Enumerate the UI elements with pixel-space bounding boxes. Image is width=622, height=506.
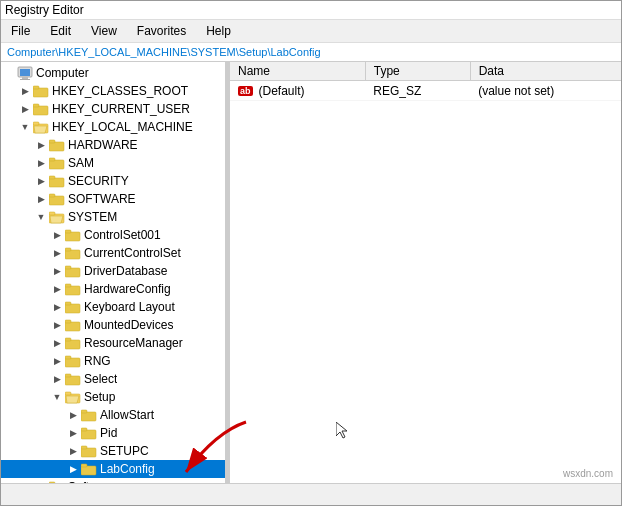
svg-rect-21 [49,176,55,179]
svg-rect-52 [65,376,80,385]
tree-label-software2: Software [68,480,115,483]
column-header-type[interactable]: Type [365,62,470,81]
tree-item-keyboardlayout[interactable]: ▶ Keyboard Layout [1,298,225,316]
svg-rect-60 [81,410,87,413]
svg-rect-30 [65,230,71,233]
chevron-hkey_local_machine[interactable]: ▼ [17,122,33,132]
tree-label-hardwareconfig: HardwareConfig [84,282,171,296]
chevron-hkey_current_user[interactable]: ▶ [17,104,33,114]
chevron-driverdatabase[interactable]: ▶ [49,266,65,276]
svg-rect-51 [65,356,71,359]
tree-label-computer: Computer [36,66,89,80]
tree-item-software[interactable]: ▶ SOFTWARE [1,190,225,208]
folder-icon-hkey_local_machine [33,120,49,134]
svg-rect-33 [65,248,71,251]
tree-label-hardware: HARDWARE [68,138,138,152]
menu-view[interactable]: View [85,22,123,40]
chevron-security[interactable]: ▶ [33,176,49,186]
chevron-pid[interactable]: ▶ [65,428,81,438]
chevron-setupc[interactable]: ▶ [65,446,81,456]
svg-rect-16 [49,160,64,169]
folder-icon-system [49,210,65,224]
tree-label-hkey_classes_root: HKEY_CLASSES_ROOT [52,84,188,98]
svg-rect-15 [49,140,55,143]
chevron-resourcemanager[interactable]: ▶ [49,338,65,348]
tree-label-controlset001: ControlSet001 [84,228,161,242]
chevron-currentcontrolset[interactable]: ▶ [49,248,65,258]
menu-file[interactable]: File [5,22,36,40]
chevron-software[interactable]: ▶ [33,194,49,204]
tree-item-hardwareconfig[interactable]: ▶ HardwareConfig [1,280,225,298]
svg-rect-12 [33,122,39,125]
tree-item-hkey_current_user[interactable]: ▶ HKEY_CURRENT_USER [1,100,225,118]
chevron-mounteddevices[interactable]: ▶ [49,320,65,330]
tree-item-hkey_local_machine[interactable]: ▼ HKEY_LOCAL_MACHINE [1,118,225,136]
chevron-select[interactable]: ▶ [49,374,65,384]
tree-item-hkey_classes_root[interactable]: ▶ HKEY_CLASSES_ROOT [1,82,225,100]
chevron-system[interactable]: ▼ [33,212,49,222]
chevron-allowstart[interactable]: ▶ [65,410,81,420]
tree-item-allowstart[interactable]: ▶ AllowStart [1,406,225,424]
tree-label-sam: SAM [68,156,94,170]
tree-item-security[interactable]: ▶ SECURITY [1,172,225,190]
svg-rect-7 [33,106,48,115]
svg-rect-36 [65,266,71,269]
svg-rect-18 [49,158,55,161]
tree-item-software2[interactable]: ▶ Software [1,478,225,483]
folder-icon-hardwareconfig [65,282,81,296]
chevron-labconfig[interactable]: ▶ [65,464,81,474]
tree-item-computer[interactable]: Computer [1,64,225,82]
tree-item-hardware[interactable]: ▶ HARDWARE [1,136,225,154]
tree-label-labconfig: LabConfig [100,462,155,476]
folder-icon-mounteddevices [65,318,81,332]
tree-label-mounteddevices: MountedDevices [84,318,173,332]
tree-item-mounteddevices[interactable]: ▶ MountedDevices [1,316,225,334]
table-row[interactable]: ab(Default)REG_SZ(value not set) [230,81,621,101]
addressbar: Computer\HKEY_LOCAL_MACHINE\SYSTEM\Setup… [1,43,621,62]
svg-rect-45 [65,320,71,323]
tree-item-pid[interactable]: ▶ Pid [1,424,225,442]
chevron-hardware[interactable]: ▶ [33,140,49,150]
column-header-name[interactable]: Name [230,62,365,81]
tree-pane[interactable]: Computer▶ HKEY_CLASSES_ROOT▶ HKEY_CURREN… [1,62,226,483]
address-path: Computer\HKEY_LOCAL_MACHINE\SYSTEM\Setup… [7,46,321,58]
chevron-keyboardlayout[interactable]: ▶ [49,302,65,312]
tree-item-sam[interactable]: ▶ SAM [1,154,225,172]
chevron-hkey_classes_root[interactable]: ▶ [17,86,33,96]
tree-item-select[interactable]: ▶ Select [1,370,225,388]
tree-label-allowstart: AllowStart [100,408,154,422]
tree-item-setupc[interactable]: ▶ SETUPC [1,442,225,460]
folder-icon-software [49,192,65,206]
folder-icon-sam [49,156,65,170]
folder-icon-labconfig [81,462,97,476]
tree-item-system[interactable]: ▼ SYSTEM [1,208,225,226]
main-content: Computer▶ HKEY_CLASSES_ROOT▶ HKEY_CURREN… [1,62,621,483]
cell-data: (value not set) [470,81,621,101]
cell-name: ab(Default) [230,81,365,101]
folder-icon-rng [65,354,81,368]
chevron-sam[interactable]: ▶ [33,158,49,168]
menu-edit[interactable]: Edit [44,22,77,40]
svg-rect-49 [65,358,80,367]
folder-icon-software2 [49,480,65,483]
menu-favorites[interactable]: Favorites [131,22,192,40]
tree-item-driverdatabase[interactable]: ▶ DriverDatabase [1,262,225,280]
svg-rect-61 [81,430,96,439]
chevron-controlset001[interactable]: ▶ [49,230,65,240]
tree-item-controlset001[interactable]: ▶ ControlSet001 [1,226,225,244]
registry-editor-window: Registry Editor FileEditViewFavoritesHel… [0,0,622,506]
chevron-rng[interactable]: ▶ [49,356,65,366]
chevron-hardwareconfig[interactable]: ▶ [49,284,65,294]
tree-item-labconfig[interactable]: ▶ LabConfig [1,460,225,478]
tree-item-rng[interactable]: ▶ RNG [1,352,225,370]
svg-rect-64 [81,448,96,457]
tree-item-resourcemanager[interactable]: ▶ ResourceManager [1,334,225,352]
svg-rect-57 [65,392,71,395]
chevron-setup[interactable]: ▼ [49,392,65,402]
chevron-software2[interactable]: ▶ [33,482,49,483]
tree-item-setup[interactable]: ▼ Setup [1,388,225,406]
menu-help[interactable]: Help [200,22,237,40]
column-header-data[interactable]: Data [470,62,621,81]
tree-label-software: SOFTWARE [68,192,136,206]
tree-item-currentcontrolset[interactable]: ▶ CurrentControlSet [1,244,225,262]
